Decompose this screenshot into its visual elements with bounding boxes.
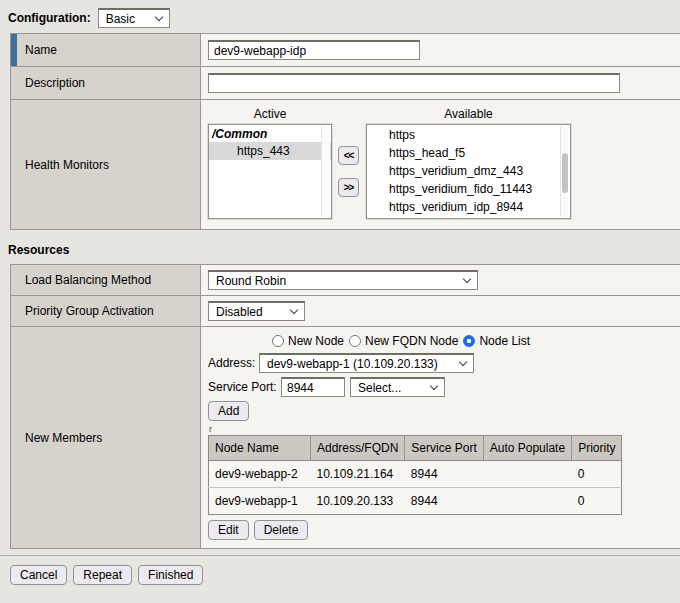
repeat-button[interactable]: Repeat bbox=[73, 565, 132, 585]
configuration-bar: Configuration: Basic bbox=[0, 0, 680, 33]
col-service-port: Service Port bbox=[405, 436, 483, 461]
health-monitors-label-cell: Health Monitors bbox=[11, 100, 201, 229]
chevron-down-icon bbox=[463, 275, 471, 283]
cell-service-port: 8944 bbox=[405, 488, 483, 515]
move-to-active-button[interactable]: << bbox=[338, 146, 359, 165]
finished-button[interactable]: Finished bbox=[138, 565, 203, 585]
radio-icon bbox=[272, 335, 284, 347]
service-port-select-value: Select... bbox=[358, 381, 401, 395]
configuration-label: Configuration: bbox=[8, 11, 91, 25]
radio-new-node[interactable]: New Node bbox=[272, 334, 344, 348]
footer-buttons: Cancel Repeat Finished bbox=[10, 565, 680, 585]
priority-group-value-cell: Disabled bbox=[201, 296, 680, 326]
description-value-cell bbox=[201, 67, 680, 99]
cell-auto-populate bbox=[483, 461, 571, 488]
stray-text: r bbox=[209, 425, 680, 433]
configuration-select[interactable]: Basic bbox=[98, 8, 170, 28]
load-balancing-label-cell: Load Balancing Method bbox=[11, 265, 201, 295]
health-monitors-label: Health Monitors bbox=[25, 158, 109, 172]
member-type-radio-group: New Node New FQDN Node Node List bbox=[272, 334, 680, 348]
description-row: Description bbox=[11, 67, 680, 100]
chevron-down-icon bbox=[430, 382, 438, 390]
col-auto-populate: Auto Populate bbox=[483, 436, 571, 461]
priority-group-label-cell: Priority Group Activation bbox=[11, 296, 201, 326]
general-properties-table: Name Description Health Monitors Active … bbox=[10, 33, 680, 230]
col-priority: Priority bbox=[572, 436, 622, 461]
active-monitors-listbox[interactable]: /Common https_443 bbox=[208, 124, 332, 219]
cell-node-name: dev9-webapp-2 bbox=[209, 461, 311, 488]
member-row[interactable]: dev9-webapp-2 10.109.21.164 8944 0 bbox=[209, 461, 622, 488]
new-members-value-cell: New Node New FQDN Node Node List Address… bbox=[201, 327, 680, 548]
available-monitor-option[interactable]: https_veridium_fido_11443 bbox=[367, 180, 570, 198]
scrollbar-thumb[interactable] bbox=[562, 153, 568, 193]
address-label: Address: bbox=[208, 356, 259, 370]
chevron-down-icon bbox=[154, 13, 162, 21]
add-button-row: Add bbox=[208, 401, 680, 421]
radio-icon bbox=[349, 335, 361, 347]
cell-priority: 0 bbox=[572, 488, 622, 515]
radio-new-node-label: New Node bbox=[288, 334, 344, 348]
health-monitors-value-cell: Active /Common https_443 << >> Available… bbox=[201, 100, 680, 229]
address-field-row: Address: dev9-webapp-1 (10.109.20.133) bbox=[208, 353, 680, 373]
available-monitor-option[interactable]: https_head_f5 bbox=[367, 144, 570, 162]
radio-node-list[interactable]: Node List bbox=[463, 334, 530, 348]
name-label-cell: Name bbox=[11, 34, 201, 66]
available-monitor-option[interactable]: https_veridium_idp_8944 bbox=[367, 198, 570, 216]
cell-node-name: dev9-webapp-1 bbox=[209, 488, 311, 515]
footer-divider bbox=[0, 555, 680, 556]
available-monitor-option[interactable]: https_veridium_dmz_443 bbox=[367, 162, 570, 180]
available-monitor-option[interactable]: https bbox=[367, 126, 570, 144]
new-members-label-cell: New Members bbox=[11, 327, 201, 548]
load-balancing-select[interactable]: Round Robin bbox=[208, 270, 478, 290]
new-members-label: New Members bbox=[25, 431, 102, 445]
resources-section-header: Resources bbox=[8, 243, 680, 257]
chevron-down-icon bbox=[290, 306, 298, 314]
changed-setting-indicator bbox=[11, 34, 17, 66]
col-address-fqdn: Address/FQDN bbox=[311, 436, 405, 461]
radio-new-fqdn-node-label: New FQDN Node bbox=[365, 334, 458, 348]
resources-table: Load Balancing Method Round Robin Priori… bbox=[10, 264, 680, 549]
active-partition-group: /Common bbox=[209, 126, 331, 142]
description-input[interactable] bbox=[208, 73, 620, 93]
configuration-select-value: Basic bbox=[106, 12, 135, 26]
priority-group-select-value: Disabled bbox=[216, 305, 263, 319]
service-port-select[interactable]: Select... bbox=[350, 377, 445, 397]
cell-address-fqdn: 10.109.21.164 bbox=[311, 461, 405, 488]
description-label: Description bbox=[25, 76, 85, 90]
cell-address-fqdn: 10.109.20.133 bbox=[311, 488, 405, 515]
service-port-input[interactable] bbox=[281, 377, 345, 397]
name-label: Name bbox=[25, 43, 57, 57]
members-table: Node Name Address/FQDN Service Port Auto… bbox=[208, 435, 622, 515]
radio-new-fqdn-node[interactable]: New FQDN Node bbox=[349, 334, 458, 348]
member-row[interactable]: dev9-webapp-1 10.109.20.133 8944 0 bbox=[209, 488, 622, 515]
priority-group-label: Priority Group Activation bbox=[25, 304, 154, 318]
load-balancing-row: Load Balancing Method Round Robin bbox=[11, 265, 680, 296]
move-to-available-button[interactable]: >> bbox=[338, 178, 359, 197]
name-row: Name bbox=[11, 34, 680, 67]
members-table-header-row: Node Name Address/FQDN Service Port Auto… bbox=[209, 436, 622, 461]
member-actions-row: Edit Delete bbox=[208, 520, 680, 540]
description-label-cell: Description bbox=[11, 67, 201, 99]
delete-button[interactable]: Delete bbox=[254, 520, 309, 540]
name-input[interactable] bbox=[208, 40, 420, 60]
active-monitor-option[interactable]: https_443 bbox=[209, 142, 331, 160]
radio-node-list-label: Node List bbox=[479, 334, 530, 348]
new-members-row: New Members New Node New FQDN Node Node … bbox=[11, 327, 680, 548]
edit-button[interactable]: Edit bbox=[208, 520, 249, 540]
available-list-scrollbar[interactable] bbox=[560, 126, 569, 217]
available-list-header: Available bbox=[366, 106, 571, 124]
load-balancing-value-cell: Round Robin bbox=[201, 265, 680, 295]
cell-service-port: 8944 bbox=[405, 461, 483, 488]
add-button[interactable]: Add bbox=[208, 401, 249, 421]
active-list-header: Active bbox=[208, 106, 332, 124]
cell-auto-populate bbox=[483, 488, 571, 515]
cancel-button[interactable]: Cancel bbox=[10, 565, 67, 585]
load-balancing-select-value: Round Robin bbox=[216, 274, 286, 288]
service-port-label: Service Port: bbox=[208, 380, 281, 394]
priority-group-row: Priority Group Activation Disabled bbox=[11, 296, 680, 327]
load-balancing-label: Load Balancing Method bbox=[25, 273, 151, 287]
active-list-scrollbar[interactable] bbox=[321, 126, 330, 217]
address-select[interactable]: dev9-webapp-1 (10.109.20.133) bbox=[259, 353, 474, 373]
available-monitors-listbox[interactable]: https https_head_f5 https_veridium_dmz_4… bbox=[366, 124, 571, 219]
priority-group-select[interactable]: Disabled bbox=[208, 301, 305, 321]
